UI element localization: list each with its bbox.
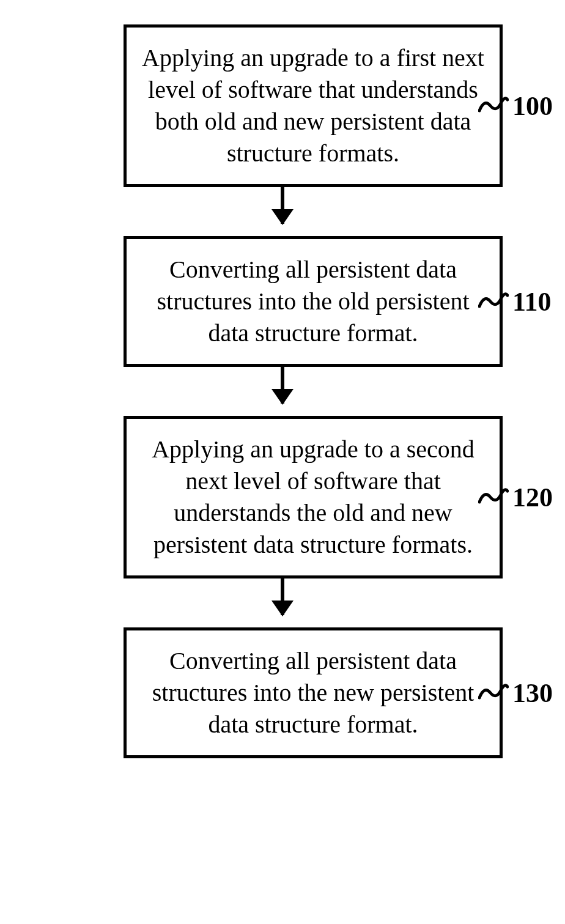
step-4: Converting all persistent data structure… [62,627,503,758]
step-2-text: Converting all persistent data structure… [139,254,487,349]
arrow-1 [281,187,284,236]
step-1-box: Applying an upgrade to a first next leve… [124,24,503,187]
step-3-label: 120 [478,482,553,513]
step-4-text: Converting all persistent data structure… [139,645,487,741]
tilde-icon [478,289,509,314]
arrow-2 [281,367,284,416]
step-3-label-text: 120 [512,482,553,513]
step-3-box: Applying an upgrade to a second next lev… [124,416,503,578]
step-4-label: 130 [478,678,553,709]
step-4-label-text: 130 [512,678,553,709]
step-1: Applying an upgrade to a first next leve… [62,24,503,187]
step-2-label-text: 110 [512,286,552,317]
step-2: Converting all persistent data structure… [62,236,503,367]
step-2-box: Converting all persistent data structure… [124,236,503,367]
step-3: Applying an upgrade to a second next lev… [62,416,503,578]
step-1-label-text: 100 [512,91,553,122]
step-4-box: Converting all persistent data structure… [124,627,503,758]
step-3-text: Applying an upgrade to a second next lev… [139,434,487,561]
step-1-text: Applying an upgrade to a first next leve… [139,42,487,169]
step-1-label: 100 [478,91,553,122]
tilde-icon [478,485,509,509]
flowchart: Applying an upgrade to a first next leve… [0,0,565,758]
tilde-icon [478,681,509,705]
step-2-label: 110 [478,286,552,317]
arrow-3 [281,578,284,627]
tilde-icon [478,94,509,118]
